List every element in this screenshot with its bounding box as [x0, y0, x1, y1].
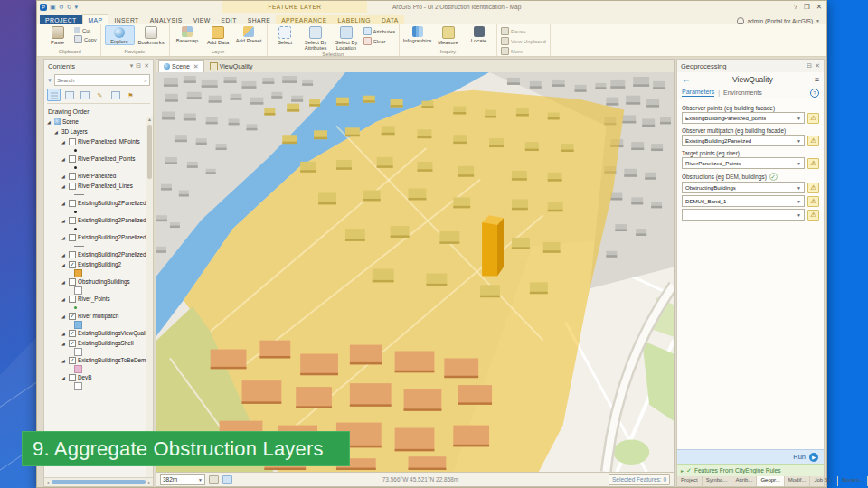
layer-visibility-checkbox[interactable]	[69, 217, 76, 224]
expand-icon[interactable]: ◢	[61, 174, 67, 179]
pane-pin-icon[interactable]: ⊟	[136, 62, 141, 70]
close-button[interactable]: ✕	[816, 3, 822, 11]
ribbon-button-bookmarks[interactable]: Bookmarks	[137, 25, 165, 45]
undo-icon[interactable]: ↺	[59, 3, 64, 11]
help-button[interactable]: ?	[794, 3, 797, 11]
help-icon[interactable]: ?	[810, 89, 819, 98]
warning-icon[interactable]: ⚠	[807, 136, 819, 146]
warning-icon[interactable]: ⚠	[807, 183, 819, 193]
sync-views-icon[interactable]	[222, 475, 232, 484]
layer-visibility-checkbox[interactable]	[69, 374, 76, 381]
pane-close-icon[interactable]: ✕	[815, 62, 820, 70]
layer-visibility-checkbox[interactable]	[69, 234, 76, 241]
back-arrow-icon[interactable]: ←	[682, 75, 691, 84]
layer-visibility-checkbox[interactable]	[69, 173, 76, 180]
ribbon-button-view-unplaced[interactable]: View Unplaced	[501, 37, 546, 45]
ribbon-button-add-data[interactable]: Add Data	[204, 25, 232, 45]
warning-icon[interactable]: ⚠	[807, 113, 819, 124]
layer-item-riverpanelized-mpoints[interactable]: ◢RiverPanelized_MPoints	[47, 136, 146, 146]
run-button[interactable]: Run	[793, 453, 806, 461]
ribbon-button-basemap[interactable]: Basemap	[174, 25, 202, 43]
tab-parameters[interactable]: Parameters	[682, 89, 714, 97]
layer-item-obstructingbuildings[interactable]: ◢ObstructingBuildings	[47, 277, 146, 286]
expand-icon[interactable]: ◢	[54, 129, 60, 135]
parameter-dropdown[interactable]: ExistingBuildingPanelized_points▼	[682, 112, 805, 124]
restore-button[interactable]: ❐	[804, 3, 810, 11]
layer-item-riverpanelized-lines[interactable]: ◢RiverPanelized_Lines	[47, 181, 146, 191]
save-icon[interactable]: ▣	[50, 3, 56, 11]
ribbon-button-attributes[interactable]: Attributes	[363, 27, 396, 35]
account-menu[interactable]: admin (Portal for ArcGIS) ▼	[737, 17, 824, 24]
expand-icon[interactable]: ◢	[61, 375, 67, 380]
view-tab-viewquality[interactable]: ViewQuality	[205, 61, 258, 72]
expand-icon[interactable]: ◢	[61, 341, 67, 346]
layer-item-river-points[interactable]: ◢River_Points	[47, 294, 146, 304]
list-by-labeling-icon[interactable]: ⚑	[124, 89, 137, 101]
ribbon-button-select-by-location[interactable]: Select By Location	[333, 25, 361, 51]
3d-scene[interactable]	[156, 72, 674, 472]
layer-visibility-checkbox[interactable]	[69, 200, 76, 207]
ribbon-tab-analysis[interactable]: ANALYSIS	[145, 15, 188, 24]
layer-item-existingbuilding2panelized-line[interactable]: ◢ExistingBuilding2Panelized_Line	[47, 232, 146, 242]
expand-icon[interactable]: ◢	[61, 296, 67, 302]
completed-notification[interactable]: ▸ ✓ Features From CityEngine Rules	[677, 464, 824, 476]
ribbon-button-select-by-attributes[interactable]: Select By Attributes	[302, 25, 330, 51]
ribbon-tab-insert[interactable]: INSERT	[108, 15, 144, 24]
parameter-dropdown[interactable]: ObstructingBuildings▼	[682, 182, 805, 193]
layer-visibility-checkbox[interactable]: ✓	[69, 261, 76, 268]
contents-horizontal-scrollbar[interactable]: ◄►	[44, 477, 153, 486]
close-tab-icon[interactable]: ✕	[193, 63, 199, 70]
layer-item-existingbuilding2panelized[interactable]: ◢ExistingBuilding2Panelized	[47, 249, 146, 259]
layer-visibility-checkbox[interactable]: ✓	[69, 357, 76, 364]
layer-visibility-checkbox[interactable]	[69, 138, 76, 145]
list-by-snapping-icon[interactable]	[108, 89, 122, 101]
ribbon-tab-project[interactable]: PROJECT	[40, 15, 82, 24]
ribbon-button-measure[interactable]: Measure	[434, 25, 462, 45]
expand-icon[interactable]: ◢	[61, 201, 67, 206]
parameter-dropdown[interactable]: ▼	[682, 209, 805, 221]
ribbon-tab-appearance[interactable]: APPEARANCE	[276, 15, 332, 24]
parameter-dropdown[interactable]: ExistingBuilding2Panelized▼	[682, 135, 805, 146]
pane-pin-icon[interactable]: ⊟	[807, 62, 812, 70]
layer-item-riverpanelized-points[interactable]: ◢RiverPanelized_Points	[47, 154, 146, 164]
run-play-icon[interactable]: ▶	[809, 453, 818, 462]
expand-icon[interactable]: ◢	[61, 183, 67, 189]
ribbon-tab-view[interactable]: VIEW	[188, 15, 216, 24]
navigator-icon[interactable]	[209, 475, 219, 484]
scale-selector[interactable]: 382m ▼	[160, 474, 205, 485]
ribbon-button-more[interactable]: More	[501, 47, 546, 55]
tab-environments[interactable]: Environments	[723, 89, 762, 96]
expand-icon[interactable]: ◢	[61, 279, 67, 285]
dock-tab-symbo[interactable]: Symbo...	[703, 476, 732, 486]
expand-icon[interactable]: ◢	[61, 252, 67, 258]
list-by-data-source-icon[interactable]	[62, 89, 76, 101]
layer-item-existingbuildingstobedemolishe[interactable]: ◢✓ExistingBuildingsToBeDemolishe	[47, 355, 146, 365]
layer-item-existingbuildingsshell[interactable]: ◢✓ExistingBuildingsShell	[47, 338, 146, 348]
pane-menu-icon[interactable]: ▾	[130, 62, 134, 70]
ribbon-button-paste[interactable]: Paste	[43, 25, 71, 45]
ribbon-tab-data[interactable]: DATA	[376, 15, 404, 24]
menu-icon[interactable]: ≡	[815, 75, 819, 84]
warning-icon[interactable]: ⚠	[807, 158, 819, 169]
dock-tab-bookm[interactable]: Bookm...	[838, 476, 868, 486]
layer-item-existingbuildingsviewquality[interactable]: ◢✓ExistingBuildingsViewQuality	[47, 328, 146, 338]
dock-tab-job-st[interactable]: Job St...	[810, 476, 838, 486]
list-by-selection-icon[interactable]	[78, 89, 91, 101]
dock-tab-geopr[interactable]: Geopr...	[757, 476, 784, 486]
layer-item-riverpanelized[interactable]: ◢RiverPanelized	[47, 171, 146, 181]
layer-item-devb[interactable]: ◢DevB	[47, 372, 146, 382]
expand-icon[interactable]: ◢	[61, 139, 67, 145]
layer-visibility-checkbox[interactable]: ✓	[69, 330, 76, 337]
list-by-editing-icon[interactable]: ✎	[93, 89, 107, 101]
tree-item-3d-layers[interactable]: ◢3D Layers	[47, 127, 146, 136]
layer-visibility-checkbox[interactable]	[69, 296, 76, 303]
ribbon-button-cut[interactable]: Cut	[74, 27, 97, 33]
list-by-drawing-order-icon[interactable]	[47, 89, 61, 101]
filter-icon[interactable]: ▼	[47, 78, 52, 83]
layer-visibility-checkbox[interactable]: ✓	[69, 340, 76, 347]
layer-item-existingbuilding2panelized-mpo[interactable]: ◢ExistingBuilding2Panelized_MPo	[47, 198, 146, 208]
layer-visibility-checkbox[interactable]	[69, 251, 76, 258]
layer-item-river-multipatch[interactable]: ◢✓River multipatch	[47, 311, 146, 321]
warning-icon[interactable]: ⚠	[807, 196, 819, 207]
layer-item-existingbuilding2[interactable]: ◢✓ExistingBuilding2	[47, 259, 146, 269]
